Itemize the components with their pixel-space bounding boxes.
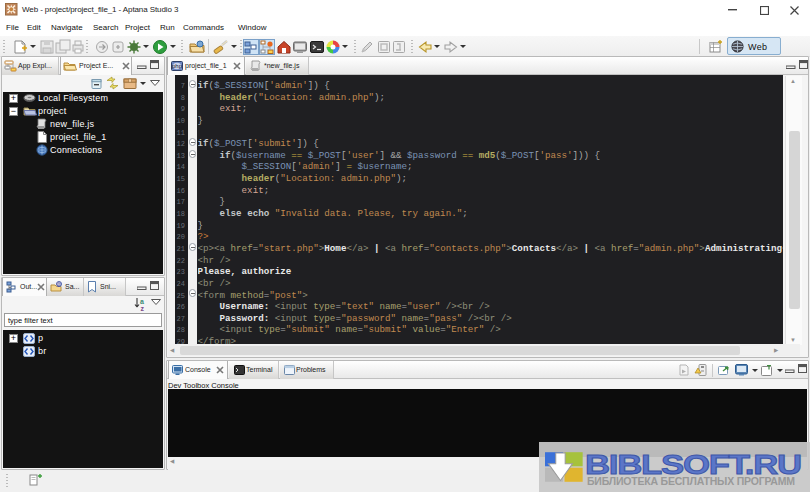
svg-text:a: a (140, 298, 144, 305)
svg-text:z: z (141, 305, 145, 312)
svg-text:php: php (172, 63, 183, 69)
svg-text:@: @ (57, 282, 62, 287)
